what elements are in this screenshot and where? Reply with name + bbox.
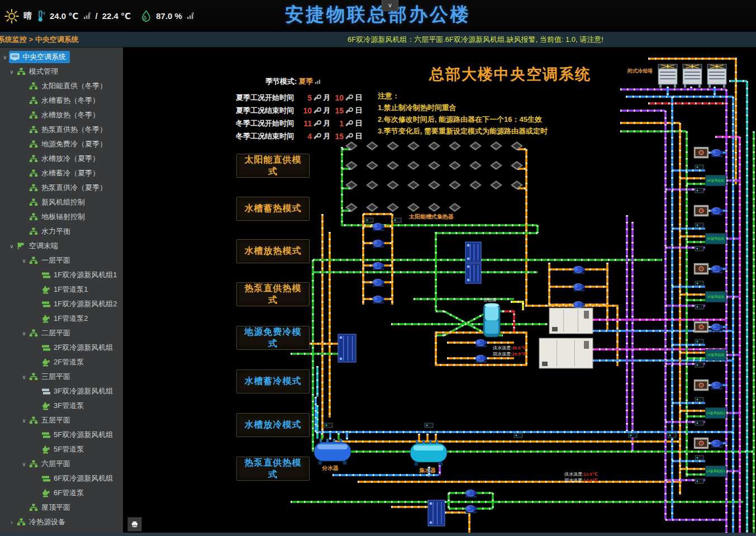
trend-chart-icon[interactable] bbox=[83, 12, 91, 20]
water-pump[interactable] bbox=[465, 490, 477, 498]
water-pump[interactable] bbox=[476, 355, 487, 363]
mode-button[interactable]: 水槽放热模式 bbox=[236, 239, 310, 263]
valve-indicator[interactable] bbox=[629, 433, 637, 438]
mode-button[interactable]: 热泵直供热模式 bbox=[236, 282, 310, 306]
chevron-down-icon[interactable]: ∨ bbox=[1, 54, 9, 60]
chevron-down-icon[interactable]: ∨ bbox=[20, 374, 28, 380]
schedule-day-value[interactable]: 15 bbox=[332, 106, 344, 115]
tree-item[interactable]: ∨三层平面 bbox=[0, 369, 123, 384]
fan-coil-unit[interactable] bbox=[694, 205, 709, 216]
tree-item[interactable]: 6F管道泵 bbox=[0, 486, 123, 500]
schedule-day-value[interactable]: 15 bbox=[332, 132, 344, 141]
wrench-edit-icon[interactable] bbox=[346, 120, 352, 126]
tree-item[interactable]: 2F双冷源新风机组 bbox=[0, 340, 123, 355]
floor-ahu-box[interactable]: 6F新风机组 bbox=[705, 175, 726, 186]
valve-indicator[interactable] bbox=[695, 397, 703, 402]
water-pump[interactable] bbox=[711, 266, 723, 274]
valve-indicator[interactable] bbox=[695, 456, 703, 460]
breadcrumb[interactable]: 系统监控 > 中央空调系统 bbox=[0, 35, 79, 45]
fan-coil-unit[interactable] bbox=[694, 321, 709, 333]
tree-item[interactable]: ∨五层平面 bbox=[0, 413, 123, 428]
tree-item[interactable]: 新风机组控制 bbox=[0, 195, 123, 210]
chevron-right-icon[interactable]: › bbox=[8, 519, 16, 525]
chevron-down-icon[interactable]: ∨ bbox=[20, 418, 28, 424]
water-pump[interactable] bbox=[373, 240, 384, 248]
print-button[interactable] bbox=[127, 517, 142, 532]
wrench-edit-icon[interactable] bbox=[346, 107, 352, 113]
water-pump[interactable] bbox=[711, 382, 723, 390]
chevron-down-icon[interactable]: ∨ bbox=[20, 258, 28, 264]
plate-heat-exchanger[interactable] bbox=[428, 500, 445, 526]
water-pump[interactable] bbox=[711, 324, 723, 332]
tree-item[interactable]: 1F双冷源新风机组2 bbox=[0, 297, 123, 311]
water-pump[interactable] bbox=[573, 267, 585, 274]
valve-indicator[interactable] bbox=[695, 339, 703, 344]
wrench-edit-icon[interactable] bbox=[314, 120, 320, 126]
tree-item[interactable]: 水槽蓄热（冬季） bbox=[0, 93, 123, 108]
heat-pump-cabinet[interactable] bbox=[539, 338, 593, 368]
schedule-month-value[interactable]: 10 bbox=[301, 106, 312, 115]
tree-item[interactable]: 5F双冷源新风机组 bbox=[0, 428, 123, 442]
tree-item[interactable]: ∨六层平面 bbox=[0, 457, 123, 471]
water-header-tank[interactable] bbox=[410, 440, 447, 466]
water-pump[interactable] bbox=[373, 296, 384, 304]
tree-item[interactable]: ∨模式管理 bbox=[0, 64, 123, 79]
chevron-down-icon[interactable]: ∨ bbox=[8, 69, 16, 75]
trend-chart-icon[interactable] bbox=[315, 78, 321, 86]
cooling-tower[interactable] bbox=[707, 64, 726, 88]
plate-heat-exchanger[interactable] bbox=[465, 263, 481, 283]
wrench-edit-icon[interactable] bbox=[346, 133, 352, 139]
water-pump[interactable] bbox=[373, 263, 384, 271]
cooling-tower[interactable] bbox=[683, 64, 702, 88]
tree-item[interactable]: 水力平衡 bbox=[0, 224, 123, 239]
floor-ahu-box[interactable]: 3F新风机组 bbox=[705, 291, 726, 302]
valve-indicator[interactable] bbox=[695, 281, 703, 286]
valve-indicator[interactable] bbox=[695, 165, 703, 169]
tree-item[interactable]: 3F双冷源新风机组 bbox=[0, 384, 123, 399]
floor-ahu-box[interactable]: 1F新风机组1 bbox=[705, 466, 726, 477]
tree-item[interactable]: 2F管道泵 bbox=[0, 355, 123, 369]
tree-item[interactable]: 地板辐射控制 bbox=[0, 210, 123, 224]
wrench-edit-icon[interactable] bbox=[314, 94, 320, 101]
mode-button[interactable]: 水槽蓄热模式 bbox=[236, 197, 310, 221]
tree-item[interactable]: ∨二层平面 bbox=[0, 326, 123, 340]
tree-item[interactable]: 热泵直供冷（夏季） bbox=[0, 181, 123, 195]
tree-item[interactable]: ∨一层平面 bbox=[0, 253, 123, 268]
tree-item[interactable]: 屋顶平面 bbox=[0, 500, 123, 515]
tree-item[interactable]: 太阳能直供（冬季） bbox=[0, 79, 123, 93]
heat-pump-cabinet[interactable] bbox=[549, 308, 593, 334]
valve-indicator[interactable] bbox=[695, 246, 703, 251]
floor-ahu-box[interactable]: 2F新风机组 bbox=[705, 349, 726, 361]
cooling-tower[interactable] bbox=[658, 64, 677, 88]
plate-heat-exchanger[interactable] bbox=[465, 242, 481, 262]
tree-item[interactable]: 5F管道泵 bbox=[0, 442, 123, 457]
water-pump[interactable] bbox=[373, 279, 384, 287]
tree-item[interactable]: 水槽蓄冷（夏季） bbox=[0, 166, 123, 181]
valve-indicator[interactable] bbox=[695, 363, 703, 367]
valve-indicator[interactable] bbox=[695, 421, 703, 425]
valve-indicator[interactable] bbox=[695, 479, 703, 483]
water-pump[interactable] bbox=[476, 340, 487, 348]
mode-button[interactable]: 太阳能直供模式 bbox=[236, 154, 310, 178]
water-pump[interactable] bbox=[711, 208, 723, 216]
valve-indicator[interactable] bbox=[695, 305, 703, 309]
tree-item[interactable]: 6F双冷源新风机组 bbox=[0, 471, 123, 486]
schedule-day-value[interactable]: 1 bbox=[332, 119, 344, 128]
wrench-edit-icon[interactable] bbox=[314, 133, 320, 139]
mode-button[interactable]: 水槽放冷模式 bbox=[236, 413, 310, 437]
valve-indicator[interactable] bbox=[668, 433, 676, 438]
fan-coil-unit[interactable] bbox=[694, 438, 709, 449]
plate-heat-exchanger[interactable] bbox=[338, 334, 356, 362]
tree-item[interactable]: 1F管道泵2 bbox=[0, 311, 123, 326]
tree-item[interactable]: 1F双冷源新风机组1 bbox=[0, 268, 123, 282]
valve-indicator[interactable] bbox=[324, 423, 332, 428]
tree-item[interactable]: 1F管道泵1 bbox=[0, 282, 123, 297]
tree-item[interactable]: 热泵直供热（冬季） bbox=[0, 122, 123, 137]
tree-item[interactable]: ∨空调末端 bbox=[0, 239, 123, 253]
tree-item[interactable]: 3F管道泵 bbox=[0, 399, 123, 413]
valve-indicator[interactable] bbox=[514, 433, 522, 438]
wrench-edit-icon[interactable] bbox=[314, 107, 320, 113]
wrench-edit-icon[interactable] bbox=[346, 94, 352, 101]
valve-indicator[interactable] bbox=[393, 218, 401, 222]
chevron-down-icon[interactable]: ∨ bbox=[8, 243, 16, 249]
